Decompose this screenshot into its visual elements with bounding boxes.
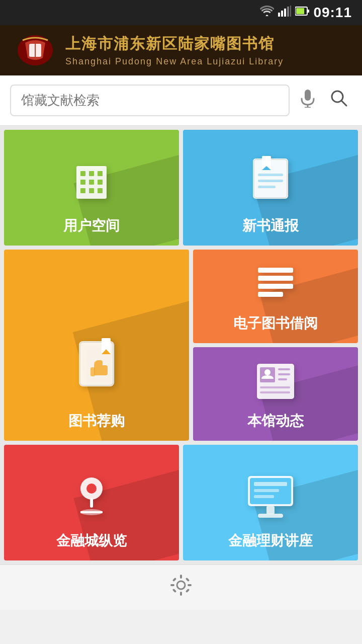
finance-lecture-tile[interactable]: 金融理财讲座	[183, 445, 358, 560]
new-books-tile[interactable]: 新书通报	[183, 130, 358, 246]
grid-row-3: 金融城纵览 金融理财讲座	[4, 445, 358, 560]
svg-rect-2	[284, 9, 286, 17]
svg-rect-35	[90, 367, 95, 376]
svg-rect-25	[98, 188, 103, 193]
ebook-label: 电子图书借阅	[233, 314, 318, 333]
svg-rect-30	[258, 180, 283, 182]
monitor-icon	[243, 471, 298, 523]
status-time: 09:11	[313, 5, 352, 21]
bottom-bar	[0, 565, 362, 610]
svg-rect-46	[260, 386, 290, 388]
svg-rect-21	[89, 180, 94, 185]
battery-icon	[295, 6, 309, 20]
svg-rect-43	[278, 368, 290, 370]
svg-rect-31	[258, 186, 276, 188]
app-header: 上海市浦东新区陆家嘴图书馆 Shanghai Pudong New Area L…	[0, 25, 362, 75]
new-books-label: 新书通报	[242, 216, 299, 235]
status-icons: 09:11	[260, 5, 352, 21]
recommend-icon	[61, 331, 132, 404]
svg-rect-60	[180, 575, 182, 579]
svg-rect-17	[80, 171, 85, 176]
svg-rect-0	[278, 13, 280, 17]
svg-rect-67	[186, 588, 190, 592]
svg-rect-61	[180, 592, 182, 596]
svg-point-42	[264, 369, 270, 375]
svg-rect-64	[172, 577, 176, 581]
svg-rect-18	[89, 171, 94, 176]
user-space-label: 用户空间	[63, 216, 120, 235]
svg-rect-47	[260, 391, 290, 393]
svg-rect-63	[188, 584, 192, 586]
svg-rect-55	[254, 489, 279, 492]
book-icon	[243, 151, 298, 208]
svg-rect-22	[98, 180, 103, 185]
finance-lecture-label: 金融理财讲座	[228, 531, 313, 550]
library-logo	[15, 33, 55, 68]
svg-rect-56	[254, 495, 274, 498]
ebook-icon	[253, 264, 298, 306]
grid-row-1: 用户空间 新书通报	[4, 130, 358, 246]
svg-rect-37	[258, 276, 293, 281]
svg-rect-24	[89, 188, 94, 193]
svg-rect-38	[258, 284, 293, 289]
location-icon	[69, 471, 114, 523]
grid-row-2: 图书荐购 电子图书借阅	[4, 250, 358, 441]
svg-rect-19	[98, 171, 103, 176]
svg-rect-36	[258, 268, 293, 273]
svg-rect-29	[258, 174, 283, 176]
svg-rect-1	[281, 11, 283, 17]
library-name-cn: 上海市浦东新区陆家嘴图书馆	[65, 34, 284, 54]
library-news-tile[interactable]: 本馆动态	[193, 347, 358, 441]
finance-city-label: 金融城纵览	[56, 531, 127, 550]
recommend-label: 图书荐购	[68, 412, 125, 431]
svg-rect-65	[186, 577, 190, 581]
svg-point-49	[86, 484, 97, 494]
library-news-label: 本馆动态	[247, 412, 304, 431]
settings-icon[interactable]	[168, 573, 194, 603]
recommend-tile[interactable]: 图书荐购	[4, 250, 189, 441]
svg-rect-4	[290, 6, 291, 17]
svg-rect-57	[266, 506, 275, 514]
user-space-tile[interactable]: 用户空间	[4, 130, 179, 246]
svg-rect-58	[258, 514, 283, 518]
svg-point-59	[177, 581, 185, 589]
building-icon	[66, 156, 117, 208]
library-name-en: Shanghai Pudong New Area Lujiazui Librar…	[65, 56, 284, 67]
news-icon	[253, 361, 298, 404]
search-bar	[0, 75, 362, 126]
svg-rect-20	[80, 180, 85, 185]
main-grid: 用户空间 新书通报	[0, 126, 362, 565]
svg-rect-66	[172, 588, 176, 592]
search-input[interactable]	[10, 85, 290, 116]
ebook-tile[interactable]: 电子图书借阅	[193, 250, 358, 343]
svg-rect-3	[287, 7, 289, 17]
status-bar: 09:11	[0, 0, 362, 25]
mic-icon[interactable]	[296, 86, 320, 116]
svg-rect-45	[278, 378, 287, 380]
header-text: 上海市浦东新区陆家嘴图书馆 Shanghai Pudong New Area L…	[65, 34, 284, 67]
finance-city-tile[interactable]: 金融城纵览	[4, 445, 179, 560]
svg-rect-23	[80, 188, 85, 193]
svg-rect-11	[305, 90, 311, 101]
svg-rect-54	[254, 482, 287, 486]
svg-line-15	[341, 101, 346, 106]
svg-rect-62	[170, 584, 174, 586]
search-icon[interactable]	[326, 85, 352, 116]
wifi-icon	[260, 6, 274, 20]
signal-icon	[278, 6, 291, 20]
svg-rect-6	[307, 10, 309, 13]
svg-rect-7	[296, 8, 304, 14]
svg-rect-44	[278, 373, 290, 375]
svg-rect-39	[258, 292, 283, 297]
